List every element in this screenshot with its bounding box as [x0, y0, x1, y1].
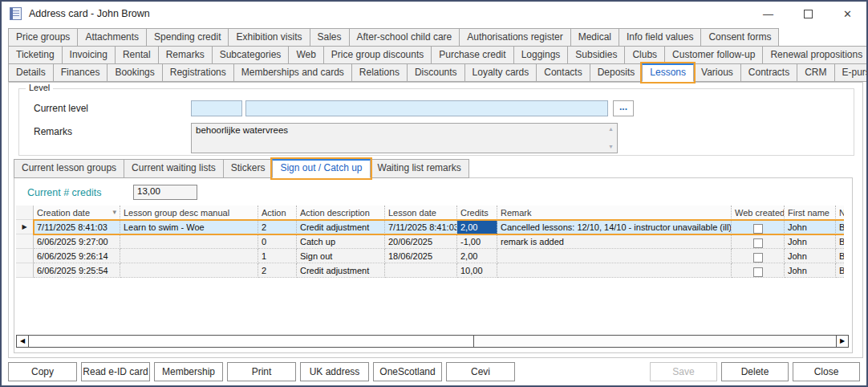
current-level-desc-field[interactable] — [245, 100, 608, 116]
onescotland-button[interactable]: OneScotland — [373, 362, 442, 381]
subtab-stickers[interactable]: Stickers — [223, 159, 274, 178]
grid-row[interactable]: 6/06/2025 9:25:54 2 Credit adjustment 10… — [16, 263, 844, 278]
tab-exhibition-visits[interactable]: Exhibition visits — [228, 28, 310, 47]
cell-credits[interactable]: -1,00 — [457, 234, 497, 249]
tab-memberships-and-cards[interactable]: Memberships and cards — [233, 63, 352, 82]
cell-lesson-date[interactable]: 7/11/2025 8:41:03 — [385, 220, 457, 234]
subtab-sign-out-catch-up[interactable]: Sign out / Catch up — [272, 159, 370, 178]
scrollbar-thumb[interactable] — [29, 336, 474, 347]
cell-web-created[interactable] — [732, 249, 785, 263]
tab-deposits[interactable]: Deposits — [590, 63, 643, 82]
tab-finances[interactable]: Finances — [53, 63, 108, 82]
col-remark[interactable]: Remark — [497, 206, 732, 220]
cell-action-description[interactable]: Credit adjustment — [297, 263, 385, 278]
grid-row[interactable]: 6/06/2025 9:27:00 0 Catch up 20/06/2025 … — [16, 234, 844, 249]
tab-subsidies[interactable]: Subsidies — [567, 46, 625, 64]
tab-customer-follow-up[interactable]: Customer follow-up — [664, 46, 763, 64]
cell-credits[interactable]: 2,00 — [457, 249, 497, 263]
cell-web-created[interactable] — [732, 220, 785, 234]
cell-remark[interactable] — [497, 249, 732, 263]
current-level-code-field[interactable] — [191, 100, 242, 116]
tab-medical[interactable]: Medical — [570, 28, 619, 47]
delete-button[interactable]: Delete — [721, 362, 789, 381]
cell-remark[interactable]: remark is added — [497, 234, 732, 249]
scroll-left-icon[interactable]: ◀ — [17, 336, 29, 347]
tab-rental[interactable]: Rental — [115, 46, 159, 64]
cell-web-created[interactable] — [732, 234, 785, 249]
tab-renewal-propositions[interactable]: Renewal propositions — [762, 46, 868, 64]
tab-purchase-credit[interactable]: Purchase credit — [431, 46, 513, 64]
tab-authorisations-register[interactable]: Authorisations register — [459, 28, 570, 47]
col-action-description[interactable]: Action description — [297, 206, 385, 220]
subtab-waiting-list-remarks[interactable]: Waiting list remarks — [370, 159, 469, 178]
cell-first-name[interactable]: John — [785, 220, 836, 234]
copy-button[interactable]: Copy — [8, 362, 77, 381]
cell-action[interactable]: 2 — [258, 263, 297, 278]
cell-creation-date[interactable]: 6/06/2025 9:25:54 — [34, 263, 120, 278]
grid-row-selected[interactable]: ▶ 7/11/2025 8:41:03 Learn to swim - Woe … — [16, 220, 844, 234]
close-button[interactable]: Close — [793, 362, 860, 381]
scroll-up-icon[interactable]: ▲ — [606, 126, 615, 132]
cell-lesson-group[interactable] — [120, 263, 258, 278]
grid-horizontal-scrollbar[interactable]: ◀ ▶ — [16, 335, 849, 348]
cell-lesson-group[interactable] — [120, 234, 258, 249]
tab-spending-credit[interactable]: Spending credit — [146, 28, 229, 47]
cell-action-description[interactable]: Sign out — [297, 249, 385, 263]
scrollbar-track[interactable] — [474, 336, 836, 347]
cell-remark[interactable] — [497, 263, 732, 278]
tab-invoicing[interactable]: Invoicing — [62, 46, 116, 64]
grid-row[interactable]: 6/06/2025 9:26:14 1 Sign out 18/06/2025 … — [16, 249, 844, 263]
col-name[interactable]: Name — [836, 206, 844, 220]
cell-action-description[interactable]: Catch up — [297, 234, 385, 249]
cell-first-name[interactable]: John — [785, 263, 836, 278]
subtab-current-waiting-lists[interactable]: Current waiting lists — [124, 159, 224, 178]
tab-price-group-discounts[interactable]: Price group discounts — [323, 46, 432, 64]
uk-address-button[interactable]: UK address — [300, 362, 369, 381]
cell-name[interactable]: Brown — [836, 220, 844, 234]
tab-registrations[interactable]: Registrations — [162, 63, 234, 82]
tab-attachments[interactable]: Attachments — [77, 28, 147, 47]
cell-creation-date[interactable]: 6/06/2025 9:26:14 — [34, 249, 120, 263]
tab-crm[interactable]: CRM — [797, 63, 834, 82]
scroll-right-icon[interactable]: ▶ — [836, 336, 848, 347]
tab-ticketing[interactable]: Ticketing — [8, 46, 63, 64]
col-first-name[interactable]: First name — [785, 206, 836, 220]
subtab-current-lesson-groups[interactable]: Current lesson groups — [14, 159, 124, 178]
tab-info-field-values[interactable]: Info field values — [619, 28, 701, 47]
cell-name[interactable]: Brown — [836, 263, 844, 278]
cell-first-name[interactable]: John — [785, 234, 836, 249]
tab-loggings[interactable]: Loggings — [513, 46, 569, 64]
col-lesson-group[interactable]: Lesson group desc manual — [120, 206, 258, 220]
cell-credits[interactable]: 10,00 — [457, 263, 497, 278]
membership-button[interactable]: Membership — [154, 362, 223, 381]
minimize-icon[interactable]: — — [763, 9, 773, 19]
maximize-icon[interactable] — [804, 10, 813, 18]
scroll-down-icon[interactable]: ▼ — [606, 144, 615, 150]
tab-relations[interactable]: Relations — [351, 63, 408, 82]
web-created-checkbox[interactable] — [753, 238, 763, 248]
tab-e-purse[interactable]: E-purse — [834, 63, 868, 82]
tab-details[interactable]: Details — [8, 63, 54, 82]
tab-sales[interactable]: Sales — [310, 28, 350, 47]
print-button[interactable]: Print — [227, 362, 296, 381]
col-creation-date[interactable]: Creation date▾ — [34, 206, 120, 220]
browse-level-button[interactable]: ... — [613, 100, 634, 116]
tab-clubs[interactable]: Clubs — [624, 46, 665, 64]
cell-name[interactable]: Brown — [836, 249, 844, 263]
tab-discounts[interactable]: Discounts — [407, 63, 465, 82]
tab-lessons[interactable]: Lessons — [642, 63, 694, 82]
col-credits[interactable]: Credits — [457, 206, 497, 220]
current-credits-field[interactable]: 13,00 — [133, 185, 197, 200]
cell-lesson-group[interactable]: Learn to swim - Woe — [120, 220, 258, 234]
tab-consent-forms[interactable]: Consent forms — [700, 28, 779, 47]
tab-subcategories[interactable]: Subcategories — [212, 46, 290, 64]
cell-name[interactable]: Brown — [836, 234, 844, 249]
tab-bookings[interactable]: Bookings — [107, 63, 162, 82]
cell-action[interactable]: 2 — [258, 220, 297, 234]
tab-various[interactable]: Various — [693, 63, 741, 82]
web-created-checkbox[interactable] — [753, 267, 763, 277]
cell-action[interactable]: 1 — [258, 249, 297, 263]
col-lesson-date[interactable]: Lesson date — [385, 206, 457, 220]
tab-remarks[interactable]: Remarks — [158, 46, 213, 64]
remarks-textarea[interactable]: behoorlijke watervrees ▲ ▼ — [191, 123, 618, 153]
